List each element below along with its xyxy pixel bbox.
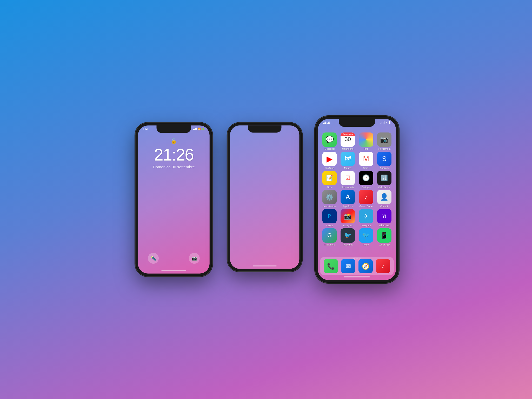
appstore-label: App Store (343, 205, 353, 208)
home-screen-display: 21:26 ▲ ▊ 💬 Messaggi Domeni (318, 119, 396, 280)
app-shazam[interactable]: S Shazam (376, 152, 393, 170)
app-itunesstore[interactable]: ♪ iTunes Store (358, 190, 375, 208)
camera-quick-button[interactable]: 📷 (189, 253, 200, 264)
app-messaggi[interactable]: 💬 Messaggi (321, 132, 338, 150)
notch (157, 125, 191, 133)
app-note[interactable]: 📝 Note (321, 171, 338, 189)
app-calendario[interactable]: Domenica 30 Calendario (339, 132, 356, 150)
paypal-icon: P (322, 209, 337, 223)
lock-screen-display: TIM 📶 🔋 🔓 21:26 Domenica 30 settembre 🔦 … (138, 125, 210, 274)
lock-date: Domenica 30 settembre (138, 165, 210, 169)
gmail-icon: M (359, 152, 373, 166)
home-time-label: 21:26 (323, 121, 330, 124)
shazam-label: Shazam (380, 167, 389, 170)
home-indicator-right (344, 276, 370, 277)
dock-mail[interactable]: ✉ (341, 259, 355, 273)
promemoria-label: Promemoria (341, 186, 354, 189)
app-foto[interactable]: Foto (358, 132, 375, 150)
app-promemoria[interactable]: ☑ Promemoria (339, 171, 356, 189)
app-contatti[interactable]: 👤 Contatti (376, 190, 393, 208)
appstore-icon: A (341, 190, 355, 204)
app-yahoomail[interactable]: Y! Yahoo Mail (376, 209, 393, 227)
twitter-icon: 🐦 (359, 228, 373, 243)
carrier-label: TIM (143, 128, 148, 130)
lock-time: 21:26 (138, 146, 210, 163)
app-youtube[interactable]: ▶ YouTube (321, 152, 338, 170)
note-label: Note (327, 186, 332, 189)
app-twitter[interactable]: 🐦 Twitter (358, 228, 375, 246)
impostazioni-icon: ⚙️ (322, 190, 337, 204)
phone-icon: 📞 (324, 259, 338, 273)
traduttore-icon: G (322, 228, 337, 243)
cal-month: Domenica (341, 132, 355, 136)
lock-bottom-controls: 🔦 📷 (138, 253, 210, 264)
app-tweetbot[interactable]: 🐦 Tweetbot (339, 228, 356, 246)
app-instagram[interactable]: 📸 Instagram (339, 209, 356, 227)
app-mappe[interactable]: 🗺 Mappe (339, 152, 356, 170)
messaggi-label: Messaggi (324, 148, 335, 150)
fotocamera-icon: 📷 (377, 132, 391, 147)
middle-screen-display (230, 125, 300, 269)
dock-phone[interactable]: 📞 (324, 259, 338, 273)
mappe-icon: 🗺 (341, 152, 355, 166)
impostazioni-label: Impostazioni (323, 205, 336, 208)
home-indicator (162, 270, 186, 271)
instagram-icon: 📸 (341, 209, 355, 223)
app-grid: 💬 Messaggi Domenica 30 Calendario Foto 📷… (320, 131, 394, 247)
tweetbot-icon: 🐦 (341, 228, 355, 243)
calcolatrice-label: Calcolatrice (378, 186, 390, 189)
app-paypal[interactable]: P PayPal (321, 209, 338, 227)
orologio-icon: 🕐 (359, 171, 373, 185)
flashlight-button[interactable]: 🔦 (148, 253, 159, 264)
telegram-label: Telegram (361, 224, 371, 227)
whatsapp-label: WhatsApp (379, 243, 390, 246)
notch-middle (248, 125, 282, 133)
calcolatrice-icon: 🔢 (377, 171, 391, 185)
app-impostazioni[interactable]: ⚙️ Impostazioni (321, 190, 338, 208)
promemoria-icon: ☑ (341, 171, 355, 185)
foto-icon (359, 132, 373, 147)
app-traduttore[interactable]: G Traduttore (321, 228, 338, 246)
paypal-label: PayPal (326, 224, 333, 227)
telegram-icon: ✈ (359, 209, 373, 223)
battery-icon: 🔋 (202, 128, 204, 130)
iphone-lock-screen: TIM 📶 🔋 🔓 21:26 Domenica 30 settembre 🔦 … (136, 123, 212, 276)
yahoomail-icon: Y! (377, 209, 391, 223)
yahoomail-label: Yahoo Mail (378, 224, 390, 227)
calendario-icon: Domenica 30 (341, 132, 355, 147)
app-orologio[interactable]: 🕐 Orologio (358, 171, 375, 189)
home-battery-icon: ▊ (389, 121, 391, 124)
music-icon: ♪ (376, 259, 390, 273)
foto-label: Foto (364, 148, 368, 150)
gmail-label: Gmail (363, 167, 369, 170)
app-calcolatrice[interactable]: 🔢 Calcolatrice (376, 171, 393, 189)
lock-content: 🔓 21:26 Domenica 30 settembre (138, 138, 210, 170)
youtube-label: YouTube (325, 167, 334, 170)
youtube-icon: ▶ (322, 152, 337, 166)
note-icon: 📝 (322, 171, 337, 185)
mail-icon: ✉ (341, 259, 355, 273)
iphone-home-screen: 21:26 ▲ ▊ 💬 Messaggi Domeni (315, 116, 398, 283)
mappe-label: Mappe (344, 167, 351, 170)
safari-icon: 🧭 (358, 259, 373, 273)
home-wifi-icon: ▲ (385, 121, 388, 124)
orologio-label: Orologio (362, 186, 370, 189)
home-status-icons: ▲ ▊ (381, 121, 391, 124)
wifi-icon: 📶 (198, 128, 201, 130)
messaggi-icon: 💬 (322, 132, 337, 147)
tweetbot-label: Tweetbot (343, 243, 353, 246)
app-fotocamera[interactable]: 📷 Fotocamera (376, 132, 393, 150)
contatti-icon: 👤 (377, 190, 391, 204)
notch-home (339, 119, 375, 127)
home-signal-icon (381, 121, 384, 124)
app-whatsapp[interactable]: 📱 WhatsApp (376, 228, 393, 246)
calendario-label: Calendario (342, 148, 354, 150)
cal-day: 30 (345, 136, 351, 142)
app-telegram[interactable]: ✈ Telegram (358, 209, 375, 227)
dock-safari[interactable]: 🧭 (358, 259, 373, 273)
app-gmail[interactable]: M Gmail (358, 152, 375, 170)
home-indicator-middle (253, 265, 277, 267)
app-appstore[interactable]: A App Store (339, 190, 356, 208)
dock-music[interactable]: ♪ (376, 259, 390, 273)
instagram-label: Instagram (343, 224, 353, 227)
